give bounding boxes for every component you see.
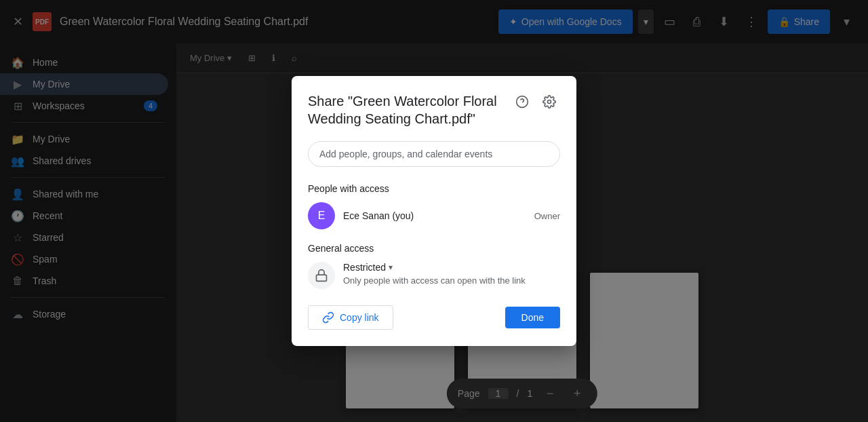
- modal-overlay: Share "Green Watercolor Floral Wedding S…: [0, 0, 868, 422]
- dialog-footer: Copy link Done: [308, 305, 560, 330]
- help-button[interactable]: [511, 92, 533, 114]
- general-access-section: General access Restricted ▾ Only: [308, 243, 560, 289]
- access-row: Restricted ▾ Only people with access can…: [308, 262, 560, 289]
- avatar: E: [308, 202, 335, 229]
- dialog-header-icons: [511, 92, 560, 114]
- people-with-access-label: People with access: [308, 183, 560, 194]
- done-button[interactable]: Done: [505, 307, 560, 328]
- access-type-row: Restricted ▾: [343, 262, 560, 273]
- dialog-header: Share "Green Watercolor Floral Wedding S…: [308, 92, 560, 128]
- settings-button[interactable]: [538, 92, 560, 114]
- share-input-container: [308, 141, 560, 167]
- svg-point-2: [548, 100, 551, 103]
- dialog-title: Share "Green Watercolor Floral Wedding S…: [308, 92, 511, 128]
- svg-rect-3: [317, 275, 327, 281]
- share-people-input[interactable]: [319, 149, 549, 159]
- share-dialog: Share "Green Watercolor Floral Wedding S…: [292, 76, 576, 346]
- copy-link-button[interactable]: Copy link: [308, 305, 393, 330]
- access-info: Restricted ▾ Only people with access can…: [343, 262, 560, 286]
- access-type-dropdown[interactable]: Restricted ▾: [343, 262, 393, 273]
- help-icon: [515, 95, 529, 112]
- link-icon: [322, 311, 334, 324]
- person-name: Ece Sanan (you): [343, 210, 526, 221]
- person-info: Ece Sanan (you): [343, 210, 526, 221]
- restricted-lock-icon: [308, 262, 335, 289]
- person-row: E Ece Sanan (you) Owner: [308, 202, 560, 229]
- gear-icon: [542, 95, 556, 112]
- chevron-down-icon: ▾: [389, 263, 393, 272]
- access-type-label: Restricted: [343, 262, 386, 273]
- general-access-label: General access: [308, 243, 560, 254]
- person-role: Owner: [534, 211, 560, 221]
- access-description: Only people with access can open with th…: [343, 275, 560, 286]
